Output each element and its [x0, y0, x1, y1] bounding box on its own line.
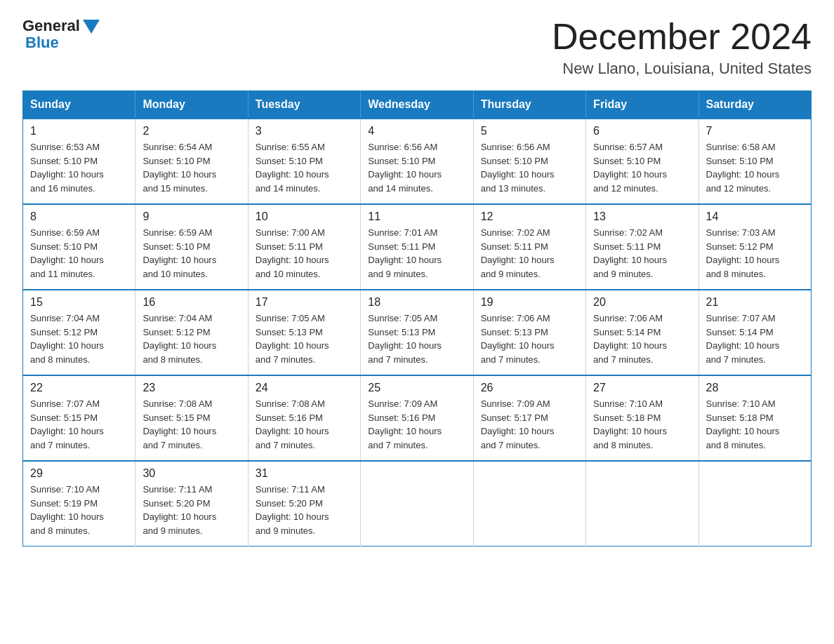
- day-info: Sunrise: 6:57 AMSunset: 5:10 PMDaylight:…: [593, 140, 691, 195]
- weekday-header-row: SundayMondayTuesdayWednesdayThursdayFrid…: [23, 91, 812, 119]
- empty-day-cell: [361, 461, 473, 546]
- calendar-day-cell: 12Sunrise: 7:02 AMSunset: 5:11 PMDayligh…: [473, 204, 585, 290]
- day-info: Sunrise: 7:09 AMSunset: 5:16 PMDaylight:…: [368, 397, 465, 452]
- calendar-week-row: 15Sunrise: 7:04 AMSunset: 5:12 PMDayligh…: [23, 290, 812, 375]
- day-number: 28: [706, 382, 804, 394]
- day-info: Sunrise: 6:56 AMSunset: 5:10 PMDaylight:…: [481, 140, 578, 195]
- day-info: Sunrise: 7:03 AMSunset: 5:12 PMDaylight:…: [706, 226, 804, 281]
- day-info: Sunrise: 7:06 AMSunset: 5:13 PMDaylight:…: [481, 311, 578, 366]
- day-info: Sunrise: 7:05 AMSunset: 5:13 PMDaylight:…: [256, 311, 353, 366]
- calendar-day-cell: 27Sunrise: 7:10 AMSunset: 5:18 PMDayligh…: [586, 375, 699, 461]
- day-info: Sunrise: 7:10 AMSunset: 5:18 PMDaylight:…: [706, 397, 804, 452]
- empty-day-cell: [473, 461, 585, 546]
- calendar-day-cell: 2Sunrise: 6:54 AMSunset: 5:10 PMDaylight…: [135, 119, 248, 204]
- logo-triangle-icon: [83, 20, 100, 34]
- day-number: 2: [143, 125, 240, 137]
- calendar-table: SundayMondayTuesdayWednesdayThursdayFrid…: [22, 90, 812, 546]
- day-info: Sunrise: 7:11 AMSunset: 5:20 PMDaylight:…: [256, 483, 353, 537]
- logo: General Blue: [22, 17, 100, 52]
- day-number: 17: [256, 296, 353, 309]
- calendar-day-cell: 3Sunrise: 6:55 AMSunset: 5:10 PMDaylight…: [248, 119, 360, 204]
- day-info: Sunrise: 7:00 AMSunset: 5:11 PMDaylight:…: [256, 226, 353, 281]
- calendar-day-cell: 25Sunrise: 7:09 AMSunset: 5:16 PMDayligh…: [361, 375, 473, 461]
- calendar-day-cell: 14Sunrise: 7:03 AMSunset: 5:12 PMDayligh…: [699, 204, 811, 290]
- calendar-day-cell: 18Sunrise: 7:05 AMSunset: 5:13 PMDayligh…: [361, 290, 473, 375]
- calendar-day-cell: 4Sunrise: 6:56 AMSunset: 5:10 PMDaylight…: [361, 119, 473, 204]
- day-number: 12: [481, 210, 578, 223]
- weekday-header-thursday: Thursday: [473, 91, 585, 119]
- day-number: 3: [256, 125, 353, 137]
- weekday-header-friday: Friday: [586, 91, 699, 119]
- day-number: 15: [30, 296, 128, 309]
- calendar-day-cell: 15Sunrise: 7:04 AMSunset: 5:12 PMDayligh…: [23, 290, 135, 375]
- day-number: 21: [706, 296, 804, 309]
- day-number: 22: [30, 382, 128, 394]
- day-info: Sunrise: 6:55 AMSunset: 5:10 PMDaylight:…: [256, 140, 353, 195]
- calendar-day-cell: 16Sunrise: 7:04 AMSunset: 5:12 PMDayligh…: [135, 290, 248, 375]
- day-number: 13: [593, 210, 691, 223]
- calendar-day-cell: 29Sunrise: 7:10 AMSunset: 5:19 PMDayligh…: [23, 461, 135, 546]
- calendar-day-cell: 22Sunrise: 7:07 AMSunset: 5:15 PMDayligh…: [23, 375, 135, 461]
- day-number: 18: [368, 296, 465, 309]
- calendar-day-cell: 8Sunrise: 6:59 AMSunset: 5:10 PMDaylight…: [23, 204, 135, 290]
- day-number: 9: [143, 210, 240, 223]
- calendar-day-cell: 1Sunrise: 6:53 AMSunset: 5:10 PMDaylight…: [23, 119, 135, 204]
- day-number: 7: [706, 125, 804, 137]
- empty-day-cell: [699, 461, 811, 546]
- day-number: 6: [593, 125, 691, 137]
- calendar-day-cell: 17Sunrise: 7:05 AMSunset: 5:13 PMDayligh…: [248, 290, 360, 375]
- weekday-header-tuesday: Tuesday: [248, 91, 360, 119]
- day-info: Sunrise: 7:06 AMSunset: 5:14 PMDaylight:…: [593, 311, 691, 366]
- day-number: 29: [30, 467, 128, 480]
- day-number: 8: [30, 210, 128, 223]
- day-number: 26: [481, 382, 578, 394]
- calendar-day-cell: 19Sunrise: 7:06 AMSunset: 5:13 PMDayligh…: [473, 290, 585, 375]
- calendar-day-cell: 21Sunrise: 7:07 AMSunset: 5:14 PMDayligh…: [699, 290, 811, 375]
- calendar-day-cell: 24Sunrise: 7:08 AMSunset: 5:16 PMDayligh…: [248, 375, 360, 461]
- day-number: 24: [256, 382, 353, 394]
- day-info: Sunrise: 7:09 AMSunset: 5:17 PMDaylight:…: [481, 397, 578, 452]
- day-info: Sunrise: 7:07 AMSunset: 5:14 PMDaylight:…: [706, 311, 804, 366]
- weekday-header-sunday: Sunday: [23, 91, 135, 119]
- calendar-day-cell: 31Sunrise: 7:11 AMSunset: 5:20 PMDayligh…: [248, 461, 360, 546]
- calendar-week-row: 22Sunrise: 7:07 AMSunset: 5:15 PMDayligh…: [23, 375, 812, 461]
- calendar-day-cell: 13Sunrise: 7:02 AMSunset: 5:11 PMDayligh…: [586, 204, 699, 290]
- day-info: Sunrise: 7:11 AMSunset: 5:20 PMDaylight:…: [143, 483, 240, 537]
- day-info: Sunrise: 6:56 AMSunset: 5:10 PMDaylight:…: [368, 140, 465, 195]
- day-number: 14: [706, 210, 804, 223]
- day-info: Sunrise: 7:04 AMSunset: 5:12 PMDaylight:…: [30, 311, 128, 366]
- calendar-week-row: 29Sunrise: 7:10 AMSunset: 5:19 PMDayligh…: [23, 461, 812, 546]
- day-number: 4: [368, 125, 465, 137]
- logo-blue-text: Blue: [25, 34, 59, 52]
- day-number: 30: [143, 467, 240, 480]
- page-header: General Blue December 2024 New Llano, Lo…: [22, 17, 812, 78]
- day-info: Sunrise: 7:08 AMSunset: 5:15 PMDaylight:…: [143, 397, 240, 452]
- day-info: Sunrise: 7:01 AMSunset: 5:11 PMDaylight:…: [368, 226, 465, 281]
- day-number: 5: [481, 125, 578, 137]
- day-number: 10: [256, 210, 353, 223]
- day-info: Sunrise: 6:54 AMSunset: 5:10 PMDaylight:…: [143, 140, 240, 195]
- weekday-header-wednesday: Wednesday: [361, 91, 473, 119]
- calendar-day-cell: 20Sunrise: 7:06 AMSunset: 5:14 PMDayligh…: [586, 290, 699, 375]
- day-info: Sunrise: 7:02 AMSunset: 5:11 PMDaylight:…: [593, 226, 691, 281]
- calendar-day-cell: 9Sunrise: 6:59 AMSunset: 5:10 PMDaylight…: [135, 204, 248, 290]
- logo-general-text: General: [22, 17, 80, 35]
- calendar-day-cell: 26Sunrise: 7:09 AMSunset: 5:17 PMDayligh…: [473, 375, 585, 461]
- empty-day-cell: [586, 461, 699, 546]
- calendar-week-row: 1Sunrise: 6:53 AMSunset: 5:10 PMDaylight…: [23, 119, 812, 204]
- day-number: 19: [481, 296, 578, 309]
- day-number: 20: [593, 296, 691, 309]
- day-number: 31: [256, 467, 353, 480]
- subtitle: New Llano, Louisiana, United States: [552, 60, 812, 78]
- calendar-week-row: 8Sunrise: 6:59 AMSunset: 5:10 PMDaylight…: [23, 204, 812, 290]
- day-info: Sunrise: 6:53 AMSunset: 5:10 PMDaylight:…: [30, 140, 128, 195]
- weekday-header-monday: Monday: [135, 91, 248, 119]
- day-info: Sunrise: 7:02 AMSunset: 5:11 PMDaylight:…: [481, 226, 578, 281]
- day-info: Sunrise: 7:04 AMSunset: 5:12 PMDaylight:…: [143, 311, 240, 366]
- day-number: 25: [368, 382, 465, 394]
- day-info: Sunrise: 6:59 AMSunset: 5:10 PMDaylight:…: [143, 226, 240, 281]
- day-number: 11: [368, 210, 465, 223]
- day-info: Sunrise: 7:05 AMSunset: 5:13 PMDaylight:…: [368, 311, 465, 366]
- day-number: 1: [30, 125, 128, 137]
- calendar-day-cell: 6Sunrise: 6:57 AMSunset: 5:10 PMDaylight…: [586, 119, 699, 204]
